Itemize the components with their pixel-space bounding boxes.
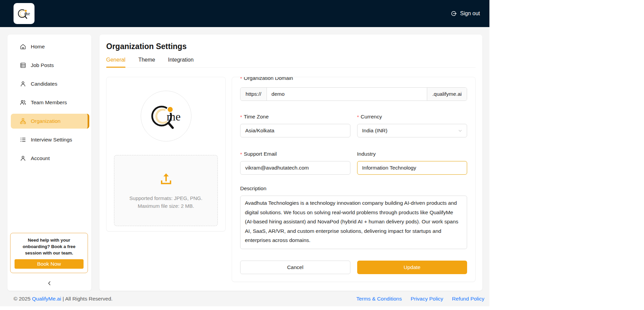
upload-hint: Supported formats: JPEG, PNG. Maximum fi… xyxy=(130,194,203,210)
chevron-left-icon xyxy=(46,280,53,287)
support-email-label: * Support Email xyxy=(240,150,350,158)
sidebar-item-job-posts[interactable]: Job Posts xyxy=(11,58,89,73)
page-title: Organization Settings xyxy=(106,42,187,51)
organization-logo: me xyxy=(141,91,191,141)
home-icon xyxy=(20,43,26,50)
currency-label: * Currency xyxy=(357,113,467,120)
privacy-link[interactable]: Privacy Policy xyxy=(411,296,443,302)
people-icon xyxy=(20,99,26,106)
logo-upload-card: me Supported formats: JPEG, PNG. Maximum… xyxy=(106,77,226,231)
person-icon xyxy=(20,155,26,162)
sidebar-item-label: Account xyxy=(31,155,50,161)
sidebar-item-candidates[interactable]: Candidates xyxy=(11,76,89,91)
upload-icon xyxy=(158,171,174,185)
book-now-button[interactable]: Book Now xyxy=(15,259,84,269)
sidebar-item-label: Job Posts xyxy=(31,62,54,68)
sidebar-item-label: Interview Settings xyxy=(31,137,72,143)
settings-tabs: General Theme Integration xyxy=(106,57,476,68)
general-tab-content: me Supported formats: JPEG, PNG. Maximum… xyxy=(106,77,476,282)
svg-text:me: me xyxy=(24,11,30,16)
brand-logo[interactable]: me xyxy=(14,3,34,24)
industry-label: Industry xyxy=(357,150,467,158)
required-mark: * xyxy=(357,114,359,120)
terms-link[interactable]: Terms & Conditions xyxy=(356,296,402,302)
sidebar-collapse-button[interactable] xyxy=(44,278,55,289)
currency-select[interactable]: India (INR) xyxy=(357,124,467,137)
upload-formats-text: Supported formats: JPEG, PNG. xyxy=(130,194,203,202)
app-window: me Sign out Home Job Posts Candidates xyxy=(0,0,489,306)
sidebar-item-home[interactable]: Home xyxy=(11,39,89,54)
timezone-input[interactable] xyxy=(240,124,350,137)
update-button[interactable]: Update xyxy=(357,261,467,274)
copyright-text: © 2025 QualifyMe.ai | All Rights Reserve… xyxy=(14,296,113,302)
timezone-label: * Time Zone xyxy=(240,113,350,120)
logo-upload-dropzone[interactable]: Supported formats: JPEG, PNG. Maximum fi… xyxy=(114,155,218,226)
org-chart-icon xyxy=(20,118,26,125)
logout-icon xyxy=(450,10,457,17)
sidebar: Home Job Posts Candidates Team Members O… xyxy=(7,35,91,291)
support-email-input[interactable] xyxy=(240,161,350,175)
sidebar-item-interview-settings[interactable]: Interview Settings xyxy=(11,132,89,147)
sidebar-item-account[interactable]: Account xyxy=(11,151,89,166)
footer: © 2025 QualifyMe.ai | All Rights Reserve… xyxy=(14,296,484,302)
organization-settings-panel: Organization Settings General Theme Inte… xyxy=(99,35,482,291)
domain-input[interactable] xyxy=(267,88,427,101)
required-mark: * xyxy=(240,114,242,120)
tab-integration[interactable]: Integration xyxy=(168,57,194,67)
domain-prefix: https:// xyxy=(240,88,267,101)
footer-links: Terms & Conditions Privacy Policy Refund… xyxy=(356,296,485,302)
list-icon xyxy=(20,136,26,143)
industry-input[interactable] xyxy=(357,161,467,175)
job-posts-icon xyxy=(20,62,26,69)
sign-out-button[interactable]: Sign out xyxy=(450,10,480,17)
sidebar-item-label: Team Members xyxy=(31,99,67,106)
tab-general[interactable]: General xyxy=(106,57,125,67)
chevron-down-icon xyxy=(458,128,463,133)
brand-footer-link[interactable]: QualifyMe.ai xyxy=(32,296,61,302)
onboarding-help-card: Need help with your onboarding? Book a f… xyxy=(10,233,88,273)
sidebar-item-label: Candidates xyxy=(31,81,57,87)
domain-label: * Organization Domain xyxy=(240,77,467,82)
cancel-button[interactable]: Cancel xyxy=(240,261,350,274)
qualifyme-logo-icon: me xyxy=(16,7,32,20)
sign-out-label: Sign out xyxy=(460,10,480,17)
tab-theme[interactable]: Theme xyxy=(138,57,155,67)
required-mark: * xyxy=(240,151,242,157)
sidebar-item-team-members[interactable]: Team Members xyxy=(11,95,89,110)
domain-input-group: https:// .qualifyme.ai xyxy=(240,87,467,101)
description-label: Description xyxy=(240,185,467,192)
domain-suffix: .qualifyme.ai xyxy=(427,88,467,101)
sidebar-item-organization[interactable]: Organization xyxy=(11,114,89,129)
description-textarea[interactable]: Avadhuta Technologies is a technology in… xyxy=(240,196,467,249)
person-icon xyxy=(20,81,26,87)
sidebar-item-label: Home xyxy=(31,44,45,50)
refund-link[interactable]: Refund Policy xyxy=(452,296,484,302)
help-text: Need help with your onboarding? Book a f… xyxy=(10,233,88,259)
organization-form: * Organization Domain https:// .qualifym… xyxy=(232,77,476,282)
svg-text:me: me xyxy=(166,110,180,123)
upload-size-text: Maximum file size: 2 MB. xyxy=(130,202,203,210)
qualifyme-logo-icon: me xyxy=(147,100,185,132)
form-actions: Cancel Update xyxy=(240,261,467,274)
required-mark: * xyxy=(240,77,242,81)
sidebar-item-label: Organization xyxy=(31,118,61,124)
currency-selected-value: India (INR) xyxy=(362,128,388,134)
top-navbar: me Sign out xyxy=(0,0,489,27)
